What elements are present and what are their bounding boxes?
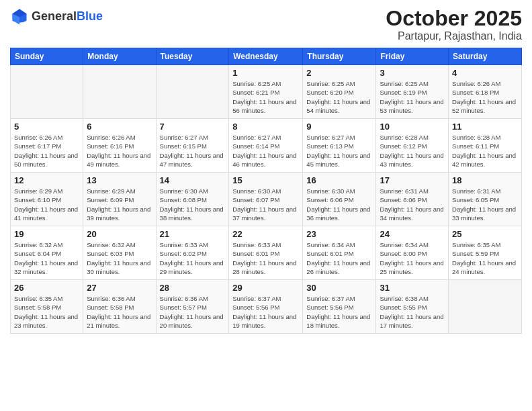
table-row: 14Sunrise: 6:30 AM Sunset: 6:08 PM Dayli… xyxy=(156,173,229,226)
day-info: Sunrise: 6:28 AM Sunset: 6:11 PM Dayligh… xyxy=(452,133,518,169)
table-row xyxy=(83,65,156,119)
day-number: 4 xyxy=(452,68,518,78)
day-info: Sunrise: 6:38 AM Sunset: 5:55 PM Dayligh… xyxy=(380,294,445,330)
day-info: Sunrise: 6:36 AM Sunset: 5:58 PM Dayligh… xyxy=(87,294,152,330)
table-row: 1Sunrise: 6:25 AM Sunset: 6:21 PM Daylig… xyxy=(229,65,303,119)
location-title: Partapur, Rajasthan, India xyxy=(386,30,522,42)
day-number: 7 xyxy=(160,122,226,132)
day-number: 9 xyxy=(306,122,372,132)
day-number: 1 xyxy=(232,68,299,78)
table-row: 6Sunrise: 6:26 AM Sunset: 6:16 PM Daylig… xyxy=(83,119,156,173)
day-number: 15 xyxy=(232,175,299,185)
calendar-week-row: 19Sunrise: 6:32 AM Sunset: 6:04 PM Dayli… xyxy=(11,226,522,280)
table-row xyxy=(156,65,229,119)
day-number: 27 xyxy=(87,283,152,293)
day-info: Sunrise: 6:36 AM Sunset: 5:57 PM Dayligh… xyxy=(160,294,226,330)
day-number: 25 xyxy=(452,229,518,239)
table-row: 21Sunrise: 6:33 AM Sunset: 6:02 PM Dayli… xyxy=(156,226,229,280)
day-number: 29 xyxy=(232,283,299,293)
day-info: Sunrise: 6:37 AM Sunset: 5:56 PM Dayligh… xyxy=(306,294,372,330)
table-row: 30Sunrise: 6:37 AM Sunset: 5:56 PM Dayli… xyxy=(303,280,376,334)
day-number: 3 xyxy=(380,68,445,78)
day-number: 26 xyxy=(14,283,79,293)
page: GeneralBlue October 2025 Partapur, Rajas… xyxy=(0,0,532,411)
table-row: 5Sunrise: 6:26 AM Sunset: 6:17 PM Daylig… xyxy=(11,119,83,173)
table-row: 4Sunrise: 6:26 AM Sunset: 6:18 PM Daylig… xyxy=(449,65,522,119)
table-row: 29Sunrise: 6:37 AM Sunset: 5:56 PM Dayli… xyxy=(229,280,303,334)
day-info: Sunrise: 6:33 AM Sunset: 6:01 PM Dayligh… xyxy=(232,240,299,276)
day-info: Sunrise: 6:30 AM Sunset: 6:07 PM Dayligh… xyxy=(232,187,299,222)
day-info: Sunrise: 6:29 AM Sunset: 6:09 PM Dayligh… xyxy=(87,187,152,222)
calendar-table: Sunday Monday Tuesday Wednesday Thursday… xyxy=(10,48,522,334)
day-info: Sunrise: 6:26 AM Sunset: 6:18 PM Dayligh… xyxy=(452,79,518,115)
table-row: 24Sunrise: 6:34 AM Sunset: 6:00 PM Dayli… xyxy=(376,226,449,280)
day-info: Sunrise: 6:27 AM Sunset: 6:14 PM Dayligh… xyxy=(232,133,299,169)
day-number: 31 xyxy=(380,283,445,293)
day-info: Sunrise: 6:26 AM Sunset: 6:17 PM Dayligh… xyxy=(14,133,79,169)
day-info: Sunrise: 6:35 AM Sunset: 5:59 PM Dayligh… xyxy=(452,240,518,276)
table-row: 31Sunrise: 6:38 AM Sunset: 5:55 PM Dayli… xyxy=(376,280,449,334)
day-info: Sunrise: 6:28 AM Sunset: 6:12 PM Dayligh… xyxy=(380,133,445,169)
table-row: 20Sunrise: 6:32 AM Sunset: 6:03 PM Dayli… xyxy=(83,226,156,280)
day-number: 11 xyxy=(452,122,518,132)
day-number: 10 xyxy=(380,122,445,132)
day-info: Sunrise: 6:25 AM Sunset: 6:19 PM Dayligh… xyxy=(380,79,445,115)
day-info: Sunrise: 6:30 AM Sunset: 6:08 PM Dayligh… xyxy=(160,187,226,222)
day-info: Sunrise: 6:26 AM Sunset: 6:16 PM Dayligh… xyxy=(87,133,152,169)
table-row: 17Sunrise: 6:31 AM Sunset: 6:06 PM Dayli… xyxy=(376,173,449,226)
day-info: Sunrise: 6:25 AM Sunset: 6:20 PM Dayligh… xyxy=(306,79,372,115)
calendar-week-row: 12Sunrise: 6:29 AM Sunset: 6:10 PM Dayli… xyxy=(11,173,522,226)
day-number: 8 xyxy=(232,122,299,132)
day-number: 5 xyxy=(14,122,79,132)
calendar-week-row: 26Sunrise: 6:35 AM Sunset: 5:58 PM Dayli… xyxy=(11,280,522,334)
col-thursday: Thursday xyxy=(303,48,376,65)
logo: GeneralBlue xyxy=(10,7,103,26)
day-number: 14 xyxy=(160,175,226,185)
table-row: 25Sunrise: 6:35 AM Sunset: 5:59 PM Dayli… xyxy=(449,226,522,280)
calendar-header-row: Sunday Monday Tuesday Wednesday Thursday… xyxy=(11,48,522,65)
table-row: 11Sunrise: 6:28 AM Sunset: 6:11 PM Dayli… xyxy=(449,119,522,173)
table-row xyxy=(11,65,83,119)
table-row: 9Sunrise: 6:27 AM Sunset: 6:13 PM Daylig… xyxy=(303,119,376,173)
day-number: 23 xyxy=(306,229,372,239)
day-number: 6 xyxy=(87,122,152,132)
day-info: Sunrise: 6:34 AM Sunset: 6:00 PM Dayligh… xyxy=(380,240,445,276)
day-number: 21 xyxy=(160,229,226,239)
table-row: 27Sunrise: 6:36 AM Sunset: 5:58 PM Dayli… xyxy=(83,280,156,334)
day-number: 22 xyxy=(232,229,299,239)
col-wednesday: Wednesday xyxy=(229,48,303,65)
day-number: 13 xyxy=(87,175,152,185)
header: GeneralBlue October 2025 Partapur, Rajas… xyxy=(10,7,522,42)
col-monday: Monday xyxy=(83,48,156,65)
day-number: 30 xyxy=(306,283,372,293)
table-row: 19Sunrise: 6:32 AM Sunset: 6:04 PM Dayli… xyxy=(11,226,83,280)
day-number: 18 xyxy=(452,175,518,185)
day-info: Sunrise: 6:27 AM Sunset: 6:15 PM Dayligh… xyxy=(160,133,226,169)
day-number: 28 xyxy=(160,283,226,293)
day-number: 20 xyxy=(87,229,152,239)
table-row: 22Sunrise: 6:33 AM Sunset: 6:01 PM Dayli… xyxy=(229,226,303,280)
table-row: 18Sunrise: 6:31 AM Sunset: 6:05 PM Dayli… xyxy=(449,173,522,226)
table-row xyxy=(449,280,522,334)
table-row: 16Sunrise: 6:30 AM Sunset: 6:06 PM Dayli… xyxy=(303,173,376,226)
logo-icon xyxy=(10,7,29,26)
day-number: 16 xyxy=(306,175,372,185)
calendar-week-row: 1Sunrise: 6:25 AM Sunset: 6:21 PM Daylig… xyxy=(11,65,522,119)
day-info: Sunrise: 6:35 AM Sunset: 5:58 PM Dayligh… xyxy=(14,294,79,330)
title-section: October 2025 Partapur, Rajasthan, India xyxy=(386,7,522,42)
table-row: 2Sunrise: 6:25 AM Sunset: 6:20 PM Daylig… xyxy=(303,65,376,119)
table-row: 3Sunrise: 6:25 AM Sunset: 6:19 PM Daylig… xyxy=(376,65,449,119)
table-row: 8Sunrise: 6:27 AM Sunset: 6:14 PM Daylig… xyxy=(229,119,303,173)
logo-text: GeneralBlue xyxy=(32,9,103,24)
day-number: 17 xyxy=(380,175,445,185)
table-row: 23Sunrise: 6:34 AM Sunset: 6:01 PM Dayli… xyxy=(303,226,376,280)
calendar-week-row: 5Sunrise: 6:26 AM Sunset: 6:17 PM Daylig… xyxy=(11,119,522,173)
day-info: Sunrise: 6:32 AM Sunset: 6:04 PM Dayligh… xyxy=(14,240,79,276)
month-title: October 2025 xyxy=(386,7,522,30)
table-row: 7Sunrise: 6:27 AM Sunset: 6:15 PM Daylig… xyxy=(156,119,229,173)
table-row: 13Sunrise: 6:29 AM Sunset: 6:09 PM Dayli… xyxy=(83,173,156,226)
day-info: Sunrise: 6:32 AM Sunset: 6:03 PM Dayligh… xyxy=(87,240,152,276)
table-row: 28Sunrise: 6:36 AM Sunset: 5:57 PM Dayli… xyxy=(156,280,229,334)
day-number: 2 xyxy=(306,68,372,78)
day-info: Sunrise: 6:34 AM Sunset: 6:01 PM Dayligh… xyxy=(306,240,372,276)
